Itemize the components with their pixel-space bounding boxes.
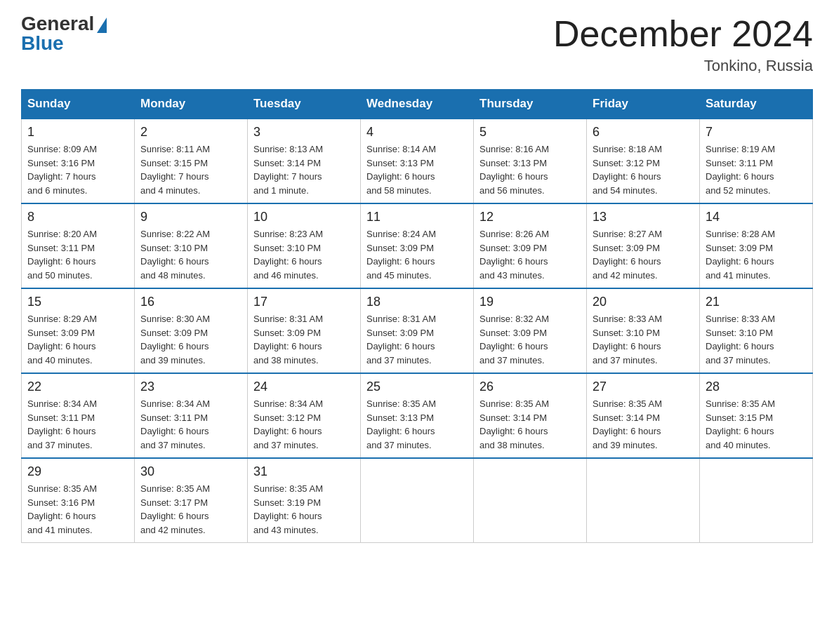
month-title: December 2024 bbox=[553, 14, 813, 54]
day-number: 24 bbox=[253, 380, 355, 394]
day-info: Sunrise: 8:35 AMSunset: 3:16 PMDaylight:… bbox=[27, 482, 128, 537]
day-info: Sunrise: 8:11 AMSunset: 3:15 PMDaylight:… bbox=[140, 142, 241, 197]
table-row bbox=[361, 458, 474, 543]
day-number: 25 bbox=[366, 380, 468, 394]
day-number: 9 bbox=[140, 210, 241, 224]
header-monday: Monday bbox=[135, 90, 248, 119]
day-info: Sunrise: 8:13 AMSunset: 3:14 PMDaylight:… bbox=[253, 142, 355, 197]
day-info: Sunrise: 8:16 AMSunset: 3:13 PMDaylight:… bbox=[479, 142, 581, 197]
day-number: 28 bbox=[706, 380, 807, 394]
day-info: Sunrise: 8:35 AMSunset: 3:19 PMDaylight:… bbox=[253, 482, 355, 537]
table-row: 26Sunrise: 8:35 AMSunset: 3:14 PMDayligh… bbox=[474, 373, 587, 458]
table-row: 12Sunrise: 8:26 AMSunset: 3:09 PMDayligh… bbox=[474, 203, 587, 288]
day-info: Sunrise: 8:35 AMSunset: 3:13 PMDaylight:… bbox=[366, 397, 468, 452]
day-info: Sunrise: 8:26 AMSunset: 3:09 PMDaylight:… bbox=[479, 227, 581, 282]
day-info: Sunrise: 8:22 AMSunset: 3:10 PMDaylight:… bbox=[140, 227, 241, 282]
table-row: 13Sunrise: 8:27 AMSunset: 3:09 PMDayligh… bbox=[587, 203, 700, 288]
day-info: Sunrise: 8:34 AMSunset: 3:12 PMDaylight:… bbox=[253, 397, 355, 452]
header-sunday: Sunday bbox=[22, 90, 135, 119]
day-number: 11 bbox=[366, 210, 468, 224]
calendar-body: 1Sunrise: 8:09 AMSunset: 3:16 PMDaylight… bbox=[22, 119, 813, 543]
day-number: 1 bbox=[27, 125, 128, 140]
day-number: 3 bbox=[253, 125, 355, 140]
table-row: 1Sunrise: 8:09 AMSunset: 3:16 PMDaylight… bbox=[22, 119, 135, 203]
table-row bbox=[700, 458, 813, 543]
day-info: Sunrise: 8:27 AMSunset: 3:09 PMDaylight:… bbox=[593, 227, 694, 282]
table-row: 31Sunrise: 8:35 AMSunset: 3:19 PMDayligh… bbox=[248, 458, 361, 543]
day-number: 15 bbox=[27, 295, 128, 309]
logo-general-text: General bbox=[21, 14, 94, 34]
day-number: 14 bbox=[706, 210, 807, 224]
day-info: Sunrise: 8:31 AMSunset: 3:09 PMDaylight:… bbox=[366, 312, 468, 367]
page-header: General Blue December 2024 Tonkino, Russ… bbox=[21, 14, 813, 75]
day-info: Sunrise: 8:14 AMSunset: 3:13 PMDaylight:… bbox=[366, 142, 468, 197]
day-number: 18 bbox=[366, 295, 468, 309]
day-number: 5 bbox=[479, 125, 581, 140]
day-info: Sunrise: 8:32 AMSunset: 3:09 PMDaylight:… bbox=[479, 312, 581, 367]
day-number: 31 bbox=[253, 464, 355, 479]
table-row: 4Sunrise: 8:14 AMSunset: 3:13 PMDaylight… bbox=[361, 119, 474, 203]
table-row: 7Sunrise: 8:19 AMSunset: 3:11 PMDaylight… bbox=[700, 119, 813, 203]
table-row: 28Sunrise: 8:35 AMSunset: 3:15 PMDayligh… bbox=[700, 373, 813, 458]
day-info: Sunrise: 8:35 AMSunset: 3:14 PMDaylight:… bbox=[593, 397, 694, 452]
day-info: Sunrise: 8:29 AMSunset: 3:09 PMDaylight:… bbox=[27, 312, 128, 367]
table-row: 18Sunrise: 8:31 AMSunset: 3:09 PMDayligh… bbox=[361, 288, 474, 373]
location-subtitle: Tonkino, Russia bbox=[553, 57, 813, 75]
header-friday: Friday bbox=[587, 90, 700, 119]
day-info: Sunrise: 8:33 AMSunset: 3:10 PMDaylight:… bbox=[706, 312, 807, 367]
day-number: 8 bbox=[27, 210, 128, 224]
day-info: Sunrise: 8:28 AMSunset: 3:09 PMDaylight:… bbox=[706, 227, 807, 282]
table-row: 24Sunrise: 8:34 AMSunset: 3:12 PMDayligh… bbox=[248, 373, 361, 458]
table-row: 14Sunrise: 8:28 AMSunset: 3:09 PMDayligh… bbox=[700, 203, 813, 288]
day-number: 19 bbox=[479, 295, 581, 309]
table-row bbox=[474, 458, 587, 543]
logo-blue-text: Blue bbox=[21, 34, 64, 53]
day-info: Sunrise: 8:35 AMSunset: 3:17 PMDaylight:… bbox=[140, 482, 241, 537]
day-info: Sunrise: 8:33 AMSunset: 3:10 PMDaylight:… bbox=[593, 312, 694, 367]
table-row: 15Sunrise: 8:29 AMSunset: 3:09 PMDayligh… bbox=[22, 288, 135, 373]
day-number: 4 bbox=[366, 125, 468, 140]
table-row: 29Sunrise: 8:35 AMSunset: 3:16 PMDayligh… bbox=[22, 458, 135, 543]
day-number: 21 bbox=[706, 295, 807, 309]
table-row: 22Sunrise: 8:34 AMSunset: 3:11 PMDayligh… bbox=[22, 373, 135, 458]
table-row: 2Sunrise: 8:11 AMSunset: 3:15 PMDaylight… bbox=[135, 119, 248, 203]
table-row: 10Sunrise: 8:23 AMSunset: 3:10 PMDayligh… bbox=[248, 203, 361, 288]
day-number: 29 bbox=[27, 464, 128, 479]
table-row: 6Sunrise: 8:18 AMSunset: 3:12 PMDaylight… bbox=[587, 119, 700, 203]
day-info: Sunrise: 8:23 AMSunset: 3:10 PMDaylight:… bbox=[253, 227, 355, 282]
title-block: December 2024 Tonkino, Russia bbox=[553, 14, 813, 75]
day-number: 23 bbox=[140, 380, 241, 394]
day-number: 17 bbox=[253, 295, 355, 309]
day-info: Sunrise: 8:35 AMSunset: 3:15 PMDaylight:… bbox=[706, 397, 807, 452]
day-number: 6 bbox=[593, 125, 694, 140]
day-number: 26 bbox=[479, 380, 581, 394]
calendar-header: Sunday Monday Tuesday Wednesday Thursday… bbox=[22, 90, 813, 119]
day-number: 10 bbox=[253, 210, 355, 224]
day-number: 7 bbox=[706, 125, 807, 140]
day-info: Sunrise: 8:35 AMSunset: 3:14 PMDaylight:… bbox=[479, 397, 581, 452]
day-info: Sunrise: 8:19 AMSunset: 3:11 PMDaylight:… bbox=[706, 142, 807, 197]
logo: General Blue bbox=[21, 14, 107, 53]
table-row: 8Sunrise: 8:20 AMSunset: 3:11 PMDaylight… bbox=[22, 203, 135, 288]
day-info: Sunrise: 8:20 AMSunset: 3:11 PMDaylight:… bbox=[27, 227, 128, 282]
table-row bbox=[587, 458, 700, 543]
day-number: 22 bbox=[27, 380, 128, 394]
table-row: 9Sunrise: 8:22 AMSunset: 3:10 PMDaylight… bbox=[135, 203, 248, 288]
table-row: 17Sunrise: 8:31 AMSunset: 3:09 PMDayligh… bbox=[248, 288, 361, 373]
day-info: Sunrise: 8:09 AMSunset: 3:16 PMDaylight:… bbox=[27, 142, 128, 197]
table-row: 5Sunrise: 8:16 AMSunset: 3:13 PMDaylight… bbox=[474, 119, 587, 203]
day-number: 27 bbox=[593, 380, 694, 394]
day-info: Sunrise: 8:34 AMSunset: 3:11 PMDaylight:… bbox=[140, 397, 241, 452]
day-info: Sunrise: 8:31 AMSunset: 3:09 PMDaylight:… bbox=[253, 312, 355, 367]
day-number: 30 bbox=[140, 464, 241, 479]
day-number: 2 bbox=[140, 125, 241, 140]
day-info: Sunrise: 8:34 AMSunset: 3:11 PMDaylight:… bbox=[27, 397, 128, 452]
table-row: 27Sunrise: 8:35 AMSunset: 3:14 PMDayligh… bbox=[587, 373, 700, 458]
table-row: 30Sunrise: 8:35 AMSunset: 3:17 PMDayligh… bbox=[135, 458, 248, 543]
day-info: Sunrise: 8:30 AMSunset: 3:09 PMDaylight:… bbox=[140, 312, 241, 367]
table-row: 21Sunrise: 8:33 AMSunset: 3:10 PMDayligh… bbox=[700, 288, 813, 373]
day-info: Sunrise: 8:18 AMSunset: 3:12 PMDaylight:… bbox=[593, 142, 694, 197]
day-number: 20 bbox=[593, 295, 694, 309]
table-row: 20Sunrise: 8:33 AMSunset: 3:10 PMDayligh… bbox=[587, 288, 700, 373]
day-number: 16 bbox=[140, 295, 241, 309]
